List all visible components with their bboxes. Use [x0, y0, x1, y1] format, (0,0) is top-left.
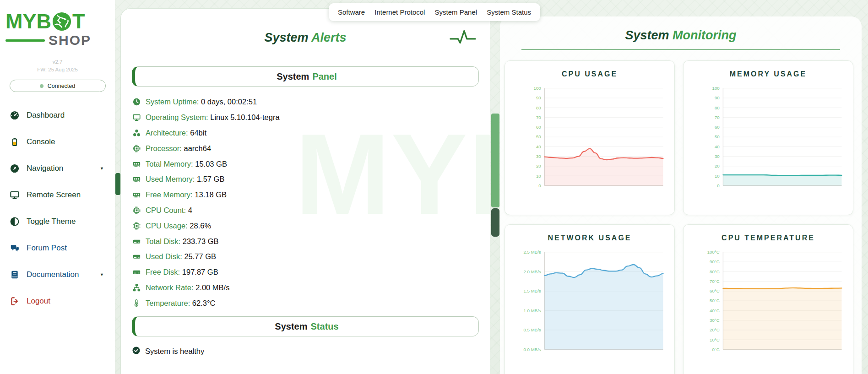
svg-text:90: 90: [715, 95, 720, 100]
logo-shop: SHOP: [49, 33, 91, 47]
memory-icon: [132, 175, 141, 183]
sidebar-item-label: Documentation: [27, 270, 79, 279]
logout-icon: [10, 297, 19, 306]
cpu-temperature-chart: 0°C10°C20°C30°C40°C50°C60°C70°C80°C90°C1…: [689, 247, 848, 358]
pulse-icon: [449, 25, 477, 51]
list-item: Used Disk: 25.77 GB: [132, 249, 490, 265]
sidebar-item-console[interactable]: Console: [0, 129, 115, 155]
monitoring-title: System Monitoring: [500, 16, 862, 43]
svg-text:50°C: 50°C: [710, 298, 720, 303]
svg-text:80°C: 80°C: [710, 269, 720, 274]
list-item: Free Disk: 197.87 GB: [132, 265, 490, 280]
system-health-status: System is healthy: [132, 347, 490, 356]
svg-text:90: 90: [536, 95, 541, 100]
svg-text:0.5 MB/s: 0.5 MB/s: [524, 327, 541, 332]
section-label-accent: Panel: [312, 71, 336, 82]
background-decoration: [491, 208, 499, 237]
svg-text:0.0 MB/s: 0.0 MB/s: [524, 347, 541, 352]
svg-text:1.5 MB/s: 1.5 MB/s: [524, 288, 541, 293]
connection-status-badge[interactable]: Connected: [10, 80, 106, 92]
gauge-icon: [10, 111, 19, 120]
connection-status-label: Connected: [48, 83, 75, 89]
title-system: System: [625, 28, 669, 42]
globe-icon: [52, 11, 72, 32]
check-circle-icon: [132, 347, 140, 356]
logo-text-post: T: [72, 11, 85, 32]
svg-text:20: 20: [536, 163, 541, 168]
svg-text:80: 80: [715, 105, 720, 110]
list-item: Processor: aarch64: [132, 141, 490, 156]
sidebar-item-dashboard[interactable]: Dashboard: [0, 102, 115, 129]
sidebar-item-remote-screen[interactable]: Remote Screen: [0, 182, 115, 208]
disk-icon: [132, 268, 141, 276]
list-item: Total Disk: 233.73 GB: [132, 233, 490, 249]
title-monitoring: Monitoring: [673, 28, 736, 42]
list-item: Network Rate: 2.00 MB/s: [132, 280, 490, 296]
battery-icon: [10, 137, 19, 146]
svg-text:0: 0: [717, 183, 719, 188]
chart-title: NETWORK USAGE: [505, 234, 674, 242]
theme-icon: [10, 217, 19, 226]
system-alerts-panel: MYBOT System Alerts System Panel System …: [120, 8, 490, 374]
sidebar-item-label: Logout: [27, 297, 50, 306]
monitor-icon: [10, 190, 19, 200]
cpu-usage-card: CPU USAGE 0102030405060708090100: [505, 60, 675, 215]
chip-icon: [132, 206, 141, 214]
sidebar-item-label: Console: [27, 137, 55, 146]
network-usage-card: NETWORK USAGE 0.0 MB/s0.5 MB/s1.0 MB/s1.…: [505, 224, 675, 374]
chevron-down-icon[interactable]: ▼: [100, 166, 104, 171]
chip-icon: [132, 145, 141, 152]
sidebar-item-toggle-theme[interactable]: Toggle Theme: [0, 208, 115, 235]
system-monitoring-panel: System Monitoring CPU USAGE 010203040506…: [500, 16, 862, 374]
section-label: System: [275, 321, 307, 332]
memory-usage-card: MEMORY USAGE 0102030405060708090100: [683, 60, 853, 215]
firmware-label: FW: 25 Aug 2025: [0, 67, 115, 72]
chart-title: MEMORY USAGE: [684, 70, 853, 78]
svg-text:100: 100: [534, 86, 541, 91]
sidebar-item-label: Remote Screen: [27, 190, 81, 200]
list-item: Operating System: Linux 5.10.104-tegra: [132, 110, 490, 125]
sidebar-item-logout[interactable]: Logout: [0, 288, 115, 314]
sidebar-item-documentation[interactable]: Documentation ▼: [0, 261, 115, 288]
svg-text:50: 50: [715, 134, 720, 139]
status-message: System is healthy: [145, 347, 204, 356]
system-info-list: System Uptime: 0 days, 00:02:51 Operatin…: [132, 94, 490, 311]
svg-text:2.0 MB/s: 2.0 MB/s: [524, 269, 541, 274]
sidebar-item-navigation[interactable]: Navigation ▼: [0, 155, 115, 182]
cpu-temperature-card: CPU TEMPERATURE 0°C10°C20°C30°C40°C50°C6…: [683, 224, 853, 374]
sidebar-item-label: Dashboard: [27, 111, 65, 120]
svg-text:70°C: 70°C: [710, 279, 720, 284]
svg-text:20: 20: [715, 163, 720, 168]
charts-grid: CPU USAGE 0102030405060708090100 MEMORY …: [505, 60, 853, 374]
svg-text:60°C: 60°C: [710, 288, 720, 293]
logo-mybot: MYBT: [5, 11, 115, 32]
section-header-system-status: System Status: [132, 316, 479, 336]
network-icon: [132, 284, 141, 292]
svg-text:30°C: 30°C: [710, 318, 720, 323]
list-item: Temperature: 62.3°C: [132, 295, 490, 311]
svg-text:30: 30: [715, 154, 720, 159]
svg-text:50: 50: [536, 134, 541, 139]
title-system: System: [264, 31, 308, 44]
sidebar-menu: Dashboard Console Navigation ▼ Remote Sc…: [0, 102, 115, 314]
nav-item-system-status[interactable]: System Status: [487, 8, 531, 16]
chevron-down-icon[interactable]: ▼: [100, 272, 104, 277]
sidebar-item-forum-post[interactable]: Forum Post: [0, 235, 115, 261]
background-decoration: [115, 173, 120, 195]
compass-icon: [10, 164, 19, 173]
thermometer-icon: [132, 299, 141, 307]
nav-item-software[interactable]: Software: [338, 8, 365, 16]
book-icon: [10, 270, 19, 279]
nav-item-system-panel[interactable]: System Panel: [435, 8, 477, 16]
chart-title: CPU USAGE: [505, 70, 674, 78]
svg-text:60: 60: [715, 125, 720, 130]
svg-text:100°C: 100°C: [707, 249, 720, 255]
svg-text:10: 10: [536, 173, 541, 179]
clock-icon: [132, 98, 141, 106]
connection-dot-icon: [40, 84, 43, 88]
list-item: CPU Count: 4: [132, 203, 490, 218]
svg-text:70: 70: [536, 115, 541, 120]
title-alerts: Alerts: [311, 31, 347, 44]
top-navigation: Software Internet Protocol System Panel …: [329, 3, 540, 21]
nav-item-internet-protocol[interactable]: Internet Protocol: [374, 8, 425, 16]
